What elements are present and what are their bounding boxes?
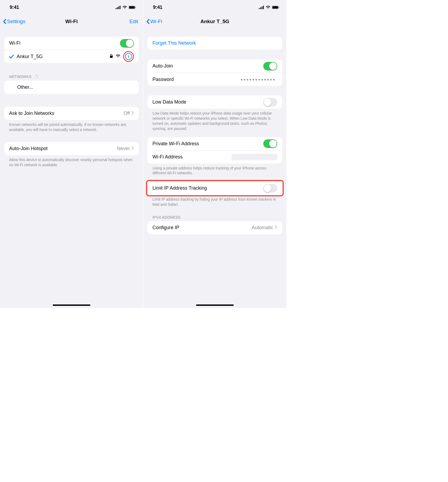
wifi-signal-icon xyxy=(116,54,120,59)
lowdata-footer: Low Data Mode helps reduce your iPhone d… xyxy=(148,109,282,131)
lowdata-label: Low Data Mode xyxy=(152,99,263,105)
status-bar: 9:41 xyxy=(0,0,143,15)
ipv4-section-header: IPV4 ADDRESS xyxy=(148,215,282,221)
private-wifi-label: Private Wi-Fi Address xyxy=(152,141,263,147)
configure-ip-row[interactable]: Configure IP Automatic xyxy=(148,221,282,234)
password-row[interactable]: Password ●●●●●●●●●●●● xyxy=(152,73,282,86)
password-value: ●●●●●●●●●●●● xyxy=(241,77,277,81)
cellular-icon xyxy=(259,6,264,9)
forget-network-row[interactable]: Forget This Network xyxy=(148,37,282,50)
wifi-address-value-redacted xyxy=(232,154,277,160)
autojoin-label: Auto-Join xyxy=(152,63,263,69)
info-button[interactable]: i xyxy=(125,53,132,60)
screen-wifi-list: 9:41 Settings Wi-Fi Edit Wi-Fi xyxy=(0,0,143,308)
private-wifi-row[interactable]: Private Wi-Fi Address xyxy=(148,137,282,150)
limit-ip-row[interactable]: Limit IP Address Tracking xyxy=(148,182,282,195)
connected-network-name: Ankur T_5G xyxy=(17,54,110,59)
content-scroll[interactable]: Wi-Fi Ankur T_5G xyxy=(0,29,143,305)
networks-section-header: NETWORKS xyxy=(4,74,139,81)
back-label: Settings xyxy=(7,19,26,24)
network-status-icons: i xyxy=(110,51,134,62)
nav-bar: Wi-Fi Ankur T_5G xyxy=(143,15,286,29)
svg-rect-13 xyxy=(272,6,278,9)
password-label: Password xyxy=(152,77,241,82)
connected-network-row[interactable]: Ankur T_5G i xyxy=(4,50,139,63)
lock-icon xyxy=(110,54,113,59)
nav-bar: Settings Wi-Fi Edit xyxy=(0,15,143,29)
svg-rect-5 xyxy=(129,6,135,9)
content-scroll[interactable]: Forget This Network Auto-Join Password ●… xyxy=(143,29,286,308)
private-wifi-toggle[interactable] xyxy=(263,139,277,148)
private-addr-group: Private Wi-Fi Address Wi-Fi Address xyxy=(148,137,282,164)
svg-rect-0 xyxy=(116,8,116,9)
ipv4-header-text: IPV4 ADDRESS xyxy=(152,215,181,219)
ask-join-row[interactable]: Ask to Join Networks Off xyxy=(4,107,139,120)
lowdata-group: Low Data Mode xyxy=(148,95,282,109)
battery-icon xyxy=(272,6,279,9)
status-time: 9:41 xyxy=(10,5,19,10)
wifi-address-row[interactable]: Wi-Fi Address xyxy=(152,150,282,164)
autojoin-hotspot-label: Auto-Join Hotspot xyxy=(9,146,117,151)
ask-join-value: Off xyxy=(123,111,131,116)
home-indicator[interactable] xyxy=(196,304,234,306)
wifi-label: Wi-Fi xyxy=(9,40,120,46)
svg-rect-7 xyxy=(110,56,113,58)
autojoin-toggle[interactable] xyxy=(263,62,277,70)
svg-rect-9 xyxy=(260,7,261,9)
autojoin-hotspot-group: Auto-Join Hotspot Never xyxy=(4,142,139,155)
status-bar: 9:41 xyxy=(143,0,286,15)
svg-rect-8 xyxy=(259,8,260,9)
status-icons xyxy=(259,6,279,9)
wifi-toggle-row[interactable]: Wi-Fi xyxy=(4,37,139,50)
back-button[interactable]: Settings xyxy=(3,19,26,24)
limit-ip-label: Limit IP Address Tracking xyxy=(152,185,263,191)
svg-rect-1 xyxy=(117,7,118,9)
other-network-group: Other... xyxy=(4,81,139,94)
limit-ip-toggle[interactable] xyxy=(263,184,277,193)
wifi-icon xyxy=(122,6,127,9)
svg-rect-2 xyxy=(118,6,119,9)
chevron-left-icon xyxy=(146,19,150,24)
other-network-row[interactable]: Other... xyxy=(4,81,139,94)
wifi-address-label: Wi-Fi Address xyxy=(152,154,232,160)
back-label: Wi-Fi xyxy=(150,19,162,24)
networks-header-text: NETWORKS xyxy=(9,75,31,79)
page-title: Ankur T_5G xyxy=(143,19,286,24)
chevron-right-icon xyxy=(131,111,134,116)
autojoin-row[interactable]: Auto-Join xyxy=(148,59,282,73)
svg-rect-10 xyxy=(262,6,262,9)
checkmark-icon xyxy=(8,54,15,59)
svg-rect-11 xyxy=(263,6,264,9)
wifi-master-group: Wi-Fi Ankur T_5G xyxy=(4,37,139,63)
ask-join-group: Ask to Join Networks Off xyxy=(4,107,139,120)
svg-rect-6 xyxy=(136,7,136,8)
chevron-right-icon xyxy=(131,146,134,151)
dual-screenshot: 9:41 Settings Wi-Fi Edit Wi-Fi xyxy=(0,0,286,308)
ask-join-label: Ask to Join Networks xyxy=(9,111,123,116)
wifi-icon xyxy=(266,6,271,9)
private-wifi-footer: Using a private address helps reduce tra… xyxy=(148,164,282,176)
home-indicator[interactable] xyxy=(53,304,90,306)
lowdata-toggle[interactable] xyxy=(263,98,277,107)
loading-spinner-icon xyxy=(34,74,38,79)
other-label: Other... xyxy=(17,84,134,90)
autojoin-hotspot-row[interactable]: Auto-Join Hotspot Never xyxy=(4,142,139,155)
chevron-right-icon xyxy=(275,225,277,230)
limit-ip-group-highlighted: Limit IP Address Tracking xyxy=(148,182,282,195)
chevron-left-icon xyxy=(3,19,6,24)
status-time: 9:41 xyxy=(153,5,162,10)
screen-network-detail: 9:41 Wi-Fi Ankur T_5G Forget This Networ… xyxy=(143,0,286,308)
edit-button[interactable]: Edit xyxy=(129,19,138,24)
ask-join-footer: Known networks will be joined automatica… xyxy=(4,120,139,132)
cellular-icon xyxy=(116,6,121,9)
wifi-toggle[interactable] xyxy=(120,39,134,48)
status-icons xyxy=(116,6,136,9)
forget-network-label: Forget This Network xyxy=(152,40,277,46)
lowdata-row[interactable]: Low Data Mode xyxy=(148,95,282,109)
back-button[interactable]: Wi-Fi xyxy=(146,19,162,24)
svg-rect-14 xyxy=(279,7,279,8)
svg-rect-3 xyxy=(120,6,120,9)
battery-icon xyxy=(129,6,136,9)
autojoin-hotspot-footer: Allow this device to automatically disco… xyxy=(4,155,139,168)
autojoin-password-group: Auto-Join Password ●●●●●●●●●●●● xyxy=(148,59,282,86)
